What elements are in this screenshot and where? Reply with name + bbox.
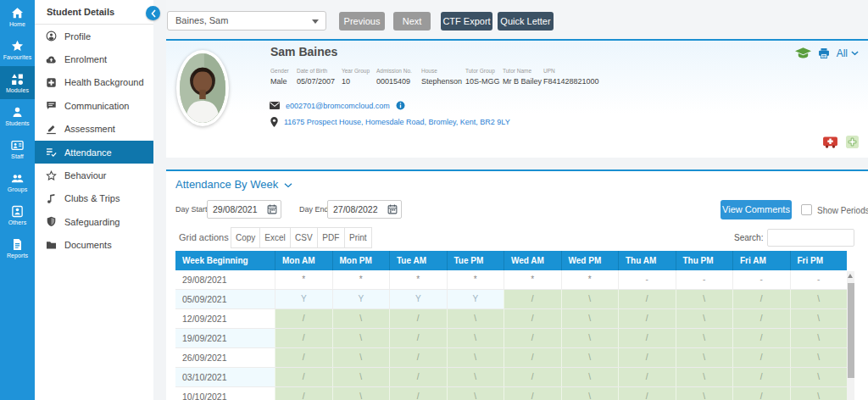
grid-cell[interactable]: / — [275, 387, 332, 400]
grid-cell[interactable]: \ — [332, 329, 390, 347]
info-icon[interactable] — [396, 101, 405, 110]
rail-item-others[interactable]: Others — [0, 198, 35, 231]
grid-col-fri-am[interactable]: Fri AM — [732, 251, 790, 270]
grid-cell[interactable]: \ — [447, 368, 504, 386]
grid-cell[interactable]: \ — [332, 368, 390, 386]
nav-item-safeguarding[interactable]: Safeguarding — [35, 210, 153, 233]
grid-cell[interactable]: \ — [790, 309, 848, 328]
grid-cell[interactable]: / — [504, 329, 561, 347]
scroll-up-icon[interactable] — [848, 274, 853, 278]
grid-col-fri-pm[interactable]: Fri PM — [790, 251, 848, 270]
grid-cell[interactable]: / — [389, 309, 447, 328]
rail-item-home[interactable]: Home — [0, 0, 35, 33]
grid-col-mon-pm[interactable]: Mon PM — [332, 251, 390, 270]
grid-cell[interactable]: / — [732, 290, 790, 308]
grid-row[interactable]: 26/09/2021/\/\/\/\/\ — [175, 348, 847, 368]
grid-cell[interactable]: / — [275, 309, 332, 328]
grid-cell[interactable]: / — [389, 329, 447, 347]
grid-cell[interactable]: / — [732, 348, 790, 367]
nav-item-attendance[interactable]: Attendance — [35, 141, 153, 164]
grid-cell[interactable]: / — [732, 309, 790, 328]
grid-scrollbar[interactable] — [847, 271, 854, 400]
grid-cell[interactable]: \ — [447, 329, 504, 347]
nav-item-behaviour[interactable]: Behaviour — [35, 164, 153, 186]
grid-cell[interactable]: / — [732, 387, 790, 400]
graduation-cap-icon[interactable] — [795, 47, 811, 59]
grid-cell[interactable]: \ — [561, 387, 619, 400]
grid-col-wed-am[interactable]: Wed AM — [504, 251, 561, 270]
grid-cell[interactable]: Y — [275, 290, 332, 308]
grid-cell[interactable]: / — [618, 387, 676, 400]
grid-cell[interactable]: / — [389, 387, 447, 400]
nav-item-profile[interactable]: Profile — [35, 25, 153, 47]
rail-item-favourites[interactable]: Favourites — [0, 33, 35, 66]
grid-col-wed-pm[interactable]: Wed PM — [561, 251, 619, 270]
grid-cell[interactable]: \ — [447, 387, 504, 400]
collapse-nav-button[interactable] — [146, 6, 160, 20]
grid-cell[interactable]: / — [618, 329, 676, 347]
nav-item-assessment[interactable]: Assessment — [35, 118, 153, 141]
grid-cell[interactable]: * — [561, 270, 619, 289]
grid-cell[interactable]: Y — [332, 290, 390, 308]
grid-cell[interactable]: \ — [561, 368, 619, 386]
grid-cell[interactable]: / — [275, 348, 332, 367]
grid-cell[interactable]: \ — [561, 309, 619, 328]
printer-icon[interactable] — [818, 47, 830, 59]
grid-row[interactable]: 19/09/2021/\/\/\/\/\ — [175, 329, 847, 348]
grid-cell[interactable]: / — [504, 387, 561, 400]
grid-cell[interactable]: * — [332, 270, 390, 289]
calendar-icon[interactable] — [387, 204, 398, 214]
grid-col-week-beginning[interactable]: Week Beginning — [175, 251, 275, 270]
show-periods-checkbox[interactable] — [801, 204, 812, 215]
grid-cell[interactable]: * — [275, 270, 332, 289]
grid-cell[interactable]: / — [389, 368, 447, 386]
grid-cell[interactable]: / — [275, 329, 332, 347]
grid-cell[interactable]: * — [447, 270, 504, 289]
student-photo[interactable] — [176, 50, 229, 126]
grid-col-tue-am[interactable]: Tue AM — [389, 251, 447, 270]
search-input[interactable] — [767, 229, 854, 247]
student-select[interactable]: Baines, Sam — [167, 11, 326, 31]
grid-cell[interactable]: / — [504, 290, 561, 308]
grid-row[interactable]: 10/10/2021/\/\/\/\/\ — [175, 387, 847, 400]
copy-button[interactable]: Copy — [231, 227, 260, 248]
next-button[interactable]: Next — [393, 12, 431, 31]
grid-cell[interactable]: * — [504, 270, 561, 289]
grid-cell[interactable]: \ — [561, 348, 619, 367]
nav-item-enrolment[interactable]: Enrolment — [35, 47, 153, 70]
scrollbar-thumb[interactable] — [848, 283, 854, 378]
grid-cell[interactable]: \ — [561, 329, 619, 347]
rail-item-staff[interactable]: Staff — [0, 132, 35, 165]
student-email-link[interactable]: e002701@bromcomcloud.com — [286, 102, 390, 110]
grid-cell[interactable]: \ — [676, 387, 733, 400]
view-comments-button[interactable]: View Comments — [721, 200, 792, 219]
grid-cell[interactable]: \ — [676, 348, 733, 367]
grid-cell[interactable]: / — [389, 348, 447, 367]
grid-cell[interactable]: \ — [676, 368, 733, 386]
nav-item-communication[interactable]: Communication — [35, 94, 153, 117]
grid-cell[interactable]: - — [732, 270, 790, 289]
grid-cell[interactable]: / — [504, 309, 561, 328]
grid-cell[interactable]: Y — [447, 290, 504, 308]
grid-cell[interactable]: / — [732, 368, 790, 386]
grid-cell[interactable]: - — [618, 270, 676, 289]
grid-row[interactable]: 05/09/2021YYYY/\/\/\ — [175, 290, 847, 309]
grid-cell[interactable]: / — [275, 368, 332, 386]
student-address-link[interactable]: 11675 Prospect House, Homesdale Road, Br… — [284, 118, 510, 126]
attendance-by-week-header[interactable]: Attendance By Week — [175, 178, 292, 191]
grid-cell[interactable]: \ — [790, 387, 848, 400]
nav-item-clubs-trips[interactable]: Clubs & Trips — [35, 187, 153, 210]
grid-cell[interactable]: \ — [447, 348, 504, 367]
grid-row[interactable]: 29/08/2021******---- — [175, 270, 847, 290]
calendar-icon[interactable] — [267, 204, 277, 214]
grid-cell[interactable]: / — [618, 290, 676, 308]
csv-button[interactable]: CSV — [290, 227, 318, 248]
day-end-input[interactable]: 27/08/2022 — [327, 200, 402, 219]
ctf-export-button[interactable]: CTF Export — [441, 12, 492, 31]
all-filter-dropdown[interactable]: All — [837, 47, 859, 59]
nav-item-health-background[interactable]: Health Background — [35, 71, 153, 94]
grid-cell[interactable]: / — [504, 368, 561, 386]
quick-letter-button[interactable]: Quick Letter — [498, 12, 554, 31]
grid-col-tue-pm[interactable]: Tue PM — [447, 251, 504, 270]
grid-cell[interactable]: \ — [676, 329, 733, 347]
